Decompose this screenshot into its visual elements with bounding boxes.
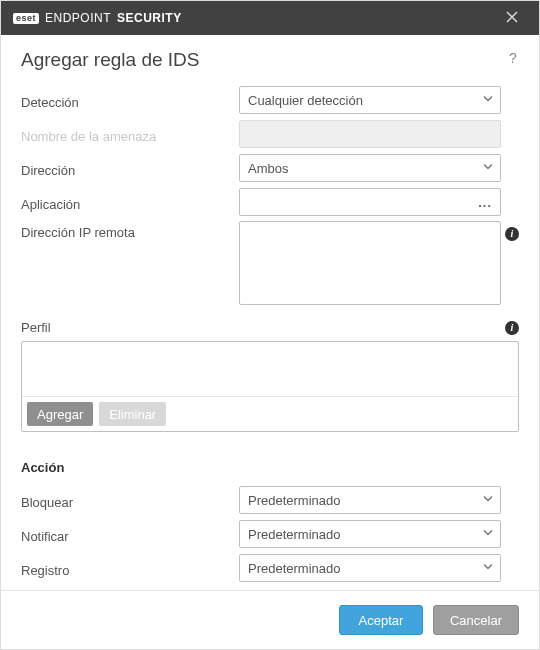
help-button[interactable]: ? <box>505 51 519 69</box>
select-log[interactable]: Predeterminado <box>239 554 501 582</box>
delete-profile-button: Eliminar <box>99 402 166 426</box>
profile-list[interactable] <box>22 342 518 396</box>
label-notify: Notificar <box>21 525 239 544</box>
label-threat-name: Nombre de la amenaza <box>21 125 239 144</box>
textarea-remote-ip[interactable] <box>239 221 501 305</box>
label-remote-ip: Dirección IP remota <box>21 221 239 240</box>
select-notify-value: Predeterminado <box>248 527 341 542</box>
label-block: Bloquear <box>21 491 239 510</box>
row-detection: Detección Cualquier detección <box>21 85 519 115</box>
row-threat-name: Nombre de la amenaza <box>21 119 519 149</box>
dialog-title: Agregar regla de IDS <box>21 49 200 71</box>
dialog-content: Agregar regla de IDS ? Detección Cualqui… <box>1 35 539 590</box>
label-log: Registro <box>21 559 239 578</box>
input-threat-name <box>239 120 501 148</box>
brand-text-1: ENDPOINT <box>45 11 111 25</box>
info-profile[interactable]: i <box>505 319 519 335</box>
input-application[interactable]: ... <box>239 188 501 216</box>
add-profile-button[interactable]: Agregar <box>27 402 93 426</box>
profile-box: Agregar Eliminar <box>21 341 519 432</box>
row-remote-ip: Dirección IP remota i <box>21 221 519 305</box>
select-block[interactable]: Predeterminado <box>239 486 501 514</box>
cancel-button[interactable]: Cancelar <box>433 605 519 635</box>
label-application: Aplicación <box>21 193 239 212</box>
chevron-down-icon <box>482 161 494 176</box>
brand-badge: eset <box>13 13 39 24</box>
close-icon <box>506 11 518 23</box>
profile-block: Perfil i Agregar Eliminar <box>21 319 519 432</box>
select-direction[interactable]: Ambos <box>239 154 501 182</box>
section-action: Acción <box>21 460 519 475</box>
ok-button[interactable]: Aceptar <box>339 605 423 635</box>
select-detection[interactable]: Cualquier detección <box>239 86 501 114</box>
row-log: Registro Predeterminado <box>21 553 519 583</box>
brand: eset ENDPOINT SECURITY <box>13 11 182 25</box>
chevron-down-icon <box>482 561 494 576</box>
select-block-value: Predeterminado <box>248 493 341 508</box>
select-log-value: Predeterminado <box>248 561 341 576</box>
chevron-down-icon <box>482 93 494 108</box>
help-icon: ? <box>505 51 519 65</box>
label-direction: Dirección <box>21 159 239 178</box>
heading-row: Agregar regla de IDS ? <box>21 49 519 71</box>
title-bar: eset ENDPOINT SECURITY <box>1 1 539 35</box>
close-button[interactable] <box>497 9 527 27</box>
brand-text-2: SECURITY <box>117 11 182 25</box>
chevron-down-icon <box>482 493 494 508</box>
row-application: Aplicación ... <box>21 187 519 217</box>
dialog-footer: Aceptar Cancelar <box>1 590 539 649</box>
browse-button[interactable]: ... <box>478 195 492 210</box>
svg-text:?: ? <box>509 51 517 65</box>
select-notify[interactable]: Predeterminado <box>239 520 501 548</box>
dialog-window: eset ENDPOINT SECURITY Agregar regla de … <box>0 0 540 650</box>
label-detection: Detección <box>21 91 239 110</box>
row-block: Bloquear Predeterminado <box>21 485 519 515</box>
row-notify: Notificar Predeterminado <box>21 519 519 549</box>
profile-head: Perfil i <box>21 319 519 335</box>
select-detection-value: Cualquier detección <box>248 93 363 108</box>
info-icon: i <box>505 321 519 335</box>
select-direction-value: Ambos <box>248 161 288 176</box>
profile-actions: Agregar Eliminar <box>22 396 518 431</box>
info-remote-ip[interactable]: i <box>501 221 519 241</box>
info-icon: i <box>505 227 519 241</box>
row-direction: Dirección Ambos <box>21 153 519 183</box>
chevron-down-icon <box>482 527 494 542</box>
label-profile: Perfil <box>21 320 51 335</box>
